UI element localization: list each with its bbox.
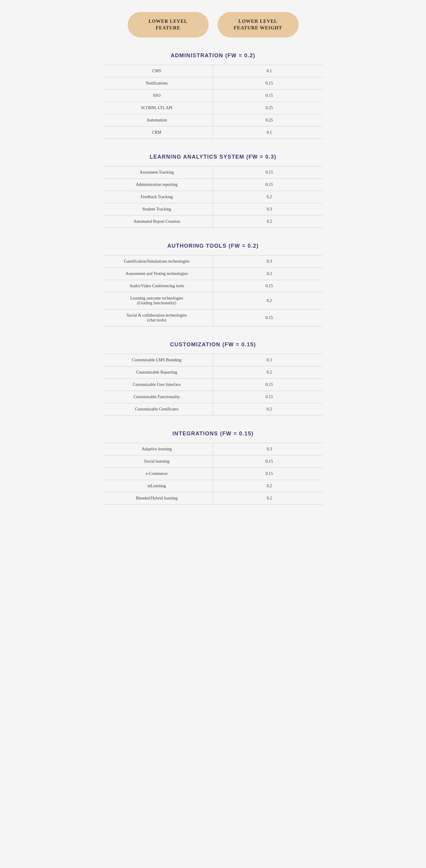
feature-weight: 0.15 [213,89,323,102]
table-row: Customizable LMS Branding0.3 [104,354,323,366]
feature-weight: 0.15 [213,378,323,391]
feature-name: SCORM, LTI, API [104,102,213,114]
feature-name: Adaptive learning [104,443,213,455]
feature-weight: 0.2 [213,366,323,378]
section-3: CUSTOMIZATION (FW = 0.15)Customizable LM… [104,341,323,415]
feature-table-3: Customizable LMS Branding0.3Customizable… [104,354,323,415]
feature-weight: 0.2 [213,292,323,309]
feature-name: CMS [104,65,213,77]
table-row: SSO0.15 [104,89,323,102]
table-row: Blended/Hybrid learning0.2 [104,492,323,504]
feature-weight: 0.2 [213,403,323,415]
section-0: ADMINISTRATION (FW = 0.2)CMS0.1Notificat… [104,53,323,139]
section-title-3: CUSTOMIZATION (FW = 0.15) [104,341,323,348]
feature-name: Feedback Tracking [104,191,213,203]
feature-name: Customizable User Interface [104,378,213,391]
section-title-4: INTEGRATIONS (FW = 0.15) [104,431,323,437]
table-row: Assessment and Testing technologies0.2 [104,268,323,280]
table-row: Notifications0.15 [104,77,323,89]
table-row: Gamification/Simulations technologies0.3 [104,255,323,268]
feature-table-1: Assesment Tracking0.15Administration rep… [104,166,323,228]
feature-name: Social learning [104,455,213,467]
table-row: Automation0.25 [104,114,323,126]
feature-name: Administration reporting [104,178,213,191]
header-badges: LOWER LEVELFEATURE LOWER LEVELFEATURE WE… [104,12,323,37]
feature-name: Blended/Hybrid learning [104,492,213,504]
feature-weight: 0.25 [213,102,323,114]
feature-name: Customizable Certificates [104,403,213,415]
section-4: INTEGRATIONS (FW = 0.15)Adaptive learnin… [104,431,323,505]
feature-weight: 0.15 [213,280,323,292]
feature-name: Customizable Functionality [104,391,213,403]
feature-weight: 0.3 [213,203,323,215]
feature-name: Notifications [104,77,213,89]
feature-weight: 0.1 [213,65,323,77]
feature-name: Student Tracking [104,203,213,215]
section-title-0: ADMINISTRATION (FW = 0.2) [104,53,323,59]
feature-table-0: CMS0.1Notifications0.15SSO0.15SCORM, LTI… [104,65,323,139]
feature-weight: 0.2 [213,492,323,504]
feature-weight: 0.1 [213,126,323,138]
feature-name: CRM [104,126,213,138]
feature-table-2: Gamification/Simulations technologies0.3… [104,255,323,327]
table-row: Social learning0.15 [104,455,323,467]
feature-name: Customizable Reporting [104,366,213,378]
lower-level-feature-badge: LOWER LEVELFEATURE [128,12,209,37]
table-row: Customizable Functionality0.15 [104,391,323,403]
feature-weight: 0.15 [213,309,323,326]
lower-level-feature-weight-badge: LOWER LEVELFEATURE WEIGHT [218,12,299,37]
feature-name: SSO [104,89,213,102]
table-row: SCORM, LTI, API0.25 [104,102,323,114]
table-row: Administration reporting0.15 [104,178,323,191]
feature-name: mLearning [104,480,213,492]
feature-name: Audio/Video Conferencing tools [104,280,213,292]
feature-weight: 0.2 [213,268,323,280]
table-row: Customizable Reporting0.2 [104,366,323,378]
feature-weight: 0.2 [213,480,323,492]
feature-weight: 0.2 [213,215,323,227]
feature-weight: 0.25 [213,114,323,126]
feature-name: Social & collaboration technologies(chat… [104,309,213,326]
table-row: CRM0.1 [104,126,323,138]
feature-name: Gamification/Simulations technologies [104,255,213,268]
table-row: Student Tracking0.3 [104,203,323,215]
feature-name: Learning outcome technologies(Grading fu… [104,292,213,309]
feature-weight: 0.15 [213,77,323,89]
feature-weight: 0.2 [213,191,323,203]
table-row: CMS0.1 [104,65,323,77]
feature-weight: 0.3 [213,354,323,366]
table-row: Audio/Video Conferencing tools0.15 [104,280,323,292]
table-row: Feedback Tracking0.2 [104,191,323,203]
section-title-2: AUTHORING TOOLS (FW = 0.2) [104,243,323,249]
section-title-1: LEARNING ANALYTICS SYSTEM (FW = 0.3) [104,154,323,160]
section-2: AUTHORING TOOLS (FW = 0.2)Gamification/S… [104,243,323,327]
feature-weight: 0.3 [213,443,323,455]
feature-weight: 0.15 [213,455,323,467]
table-row: Assesment Tracking0.15 [104,166,323,178]
feature-name: Customizable LMS Branding [104,354,213,366]
feature-weight: 0.15 [213,467,323,480]
table-row: Customizable User Interface0.15 [104,378,323,391]
feature-table-4: Adaptive learning0.3Social learning0.15e… [104,443,323,505]
table-row: e-Commerce0.15 [104,467,323,480]
table-row: Adaptive learning0.3 [104,443,323,455]
feature-name: e-Commerce [104,467,213,480]
feature-weight: 0.15 [213,178,323,191]
feature-name: Assesment Tracking [104,166,213,178]
feature-weight: 0.3 [213,255,323,268]
feature-name: Automation [104,114,213,126]
table-row: Learning outcome technologies(Grading fu… [104,292,323,309]
table-row: Social & collaboration technologies(chat… [104,309,323,326]
feature-weight: 0.15 [213,166,323,178]
table-row: Customizable Certificates0.2 [104,403,323,415]
feature-weight: 0.15 [213,391,323,403]
section-1: LEARNING ANALYTICS SYSTEM (FW = 0.3)Asse… [104,154,323,228]
feature-name: Assessment and Testing technologies [104,268,213,280]
table-row: mLearning0.2 [104,480,323,492]
table-row: Automated Report Creation0.2 [104,215,323,227]
feature-name: Automated Report Creation [104,215,213,227]
